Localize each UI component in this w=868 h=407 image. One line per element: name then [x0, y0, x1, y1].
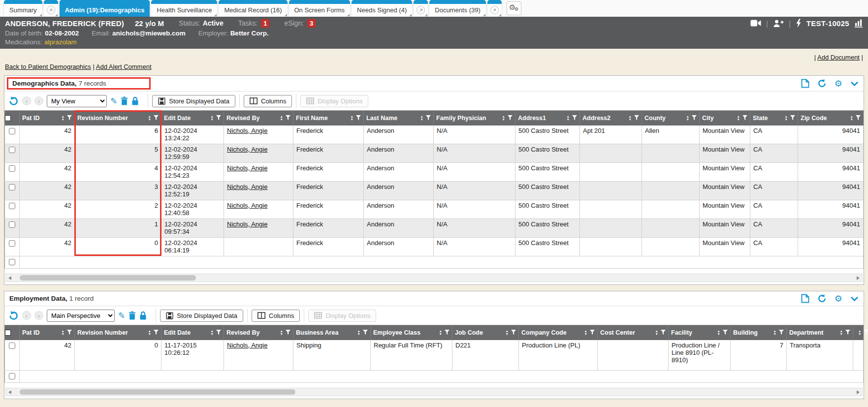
history-forward-icon[interactable]: ›	[34, 311, 43, 320]
collapse-chevron-icon[interactable]	[850, 296, 859, 302]
sort-icon[interactable]: ▲▼	[351, 115, 354, 121]
column-header-first-name[interactable]: First Name▲▼	[293, 111, 364, 125]
filter-icon[interactable]	[723, 330, 728, 335]
column-header-edit-date[interactable]: Edit Date▲▼	[161, 111, 224, 125]
scroll-left-arrow[interactable]	[6, 388, 14, 396]
revised-by-link[interactable]: Nichols, Angie	[227, 220, 267, 228]
sort-icon[interactable]: ▲▼	[502, 115, 505, 121]
add-document-link[interactable]: Add Document	[817, 54, 860, 61]
tab-health-surveillance[interactable]: Health Surveillance	[151, 0, 217, 17]
row-checkbox[interactable]	[9, 128, 15, 134]
column-header-revision-number[interactable]: Revision Number▲▼	[75, 111, 161, 125]
column-header-zip-code[interactable]: Zip Code▲▼	[798, 111, 864, 125]
view-select[interactable]: Main Perspective	[47, 310, 115, 322]
row-checkbox[interactable]	[9, 165, 15, 172]
video-camera-icon[interactable]	[750, 19, 761, 27]
scroll-right-arrow[interactable]	[854, 388, 862, 396]
sort-icon[interactable]: ▲▼	[148, 115, 151, 121]
filter-icon[interactable]	[508, 115, 513, 121]
column-header-business-area[interactable]: Business Area▲▼	[293, 325, 371, 340]
column-header-facility[interactable]: Facility▲▼	[669, 325, 731, 340]
view-select[interactable]: My View	[47, 95, 107, 107]
column-header-revised-by[interactable]: Revised By▲▼	[224, 325, 293, 340]
filter-icon[interactable]	[154, 330, 159, 335]
scroll-thumb[interactable]	[20, 275, 196, 281]
select-all-header-cell[interactable]	[5, 325, 20, 340]
select-all-checkbox[interactable]	[5, 330, 11, 336]
tab-needs-signed-4[interactable]: Needs Signed (4)	[352, 0, 412, 17]
settings-gear-icon[interactable]: ⚙	[835, 294, 842, 303]
lightning-icon[interactable]	[796, 19, 802, 28]
column-header-address1[interactable]: Address1▲▼	[515, 111, 580, 125]
store-displayed-data-button[interactable]: Store Displayed Data	[152, 95, 235, 107]
refresh-icon[interactable]	[817, 294, 827, 303]
filter-icon[interactable]	[67, 115, 72, 121]
new-record-icon[interactable]	[801, 79, 809, 88]
column-header-state[interactable]: State▲▼	[750, 111, 798, 125]
row-checkbox[interactable]	[9, 259, 15, 265]
filter-icon[interactable]	[742, 115, 747, 121]
medications-value[interactable]: alprazolam	[44, 38, 77, 46]
undo-icon[interactable]	[8, 96, 19, 106]
refresh-icon[interactable]	[817, 79, 827, 88]
filter-icon[interactable]	[154, 115, 159, 121]
column-header-edit-date[interactable]: Edit Date▲▼	[161, 325, 224, 340]
sort-icon[interactable]: ▲▼	[655, 330, 658, 336]
tasks-badge[interactable]: 1	[261, 19, 269, 28]
tab-popout-summary[interactable]	[44, 0, 58, 17]
column-header-county[interactable]: County▲▼	[642, 111, 700, 125]
tab-popout-documents-39[interactable]	[487, 0, 502, 17]
column-header-city[interactable]: City▲▼	[700, 111, 750, 125]
column-header-pat-id[interactable]: Pat ID▲▼	[20, 111, 75, 125]
column-header-last-name[interactable]: Last Name▲▼	[364, 111, 434, 125]
sort-icon[interactable]: ▲▼	[280, 330, 283, 336]
tab-summary[interactable]: Summary	[4, 0, 42, 17]
filter-icon[interactable]	[67, 330, 72, 335]
scroll-thumb[interactable]	[20, 389, 295, 395]
demographics-hscrollbar[interactable]	[5, 274, 863, 282]
column-header-revised-by[interactable]: Revised By▲▼	[224, 111, 293, 125]
column-header-family-physician[interactable]: Family Physician▲▼	[434, 111, 515, 125]
tab-documents-39[interactable]: Documents (39)	[429, 0, 485, 17]
sort-icon[interactable]: ▲▼	[357, 330, 360, 336]
filter-icon[interactable]	[572, 115, 577, 121]
sort-icon[interactable]: ▲▼	[840, 330, 843, 336]
sort-icon[interactable]: ▲▼	[211, 330, 214, 336]
column-header-cost-center[interactable]: Cost Center▲▼	[598, 325, 669, 340]
column-header-department[interactable]: Department▲▼	[787, 325, 853, 340]
collapse-chevron-icon[interactable]	[850, 81, 859, 87]
add-user-icon[interactable]	[773, 19, 784, 28]
column-header-h[interactable]: H▲▼	[853, 325, 864, 340]
revised-by-link[interactable]: Nichols, Angie	[227, 202, 267, 209]
sort-icon[interactable]: ▲▼	[785, 115, 788, 121]
revised-by-link[interactable]: Nichols, Angie	[227, 342, 267, 349]
filter-icon[interactable]	[216, 115, 221, 121]
delete-view-icon[interactable]	[121, 96, 128, 105]
row-checkbox[interactable]	[9, 373, 15, 379]
row-checkbox[interactable]	[9, 184, 15, 190]
filter-icon[interactable]	[790, 115, 795, 121]
sort-icon[interactable]: ▲▼	[148, 330, 151, 336]
employment-hscrollbar[interactable]	[5, 388, 863, 396]
edit-view-icon[interactable]: ✎	[110, 96, 117, 106]
sort-icon[interactable]: ▲▼	[280, 115, 283, 121]
column-header-address2[interactable]: Address2▲▼	[580, 111, 642, 125]
scroll-right-arrow[interactable]	[854, 274, 862, 282]
filter-icon[interactable]	[661, 330, 666, 335]
filter-icon[interactable]	[286, 115, 290, 121]
new-record-icon[interactable]	[801, 294, 809, 303]
column-header-company-code[interactable]: Company Code▲▼	[519, 325, 598, 340]
scroll-left-arrow[interactable]	[6, 274, 14, 282]
column-header-employee-class[interactable]: Employee Class▲▼	[371, 325, 452, 340]
back-to-demographics-link[interactable]: Back to Patient Demographics	[5, 63, 91, 70]
row-checkbox[interactable]	[9, 203, 15, 209]
sort-icon[interactable]: ▲▼	[62, 330, 64, 336]
columns-button[interactable]: Columns	[244, 95, 292, 107]
filter-icon[interactable]	[779, 330, 784, 335]
tab-admin-19-demographics[interactable]: Admin (19):Demographics	[60, 0, 150, 17]
revised-by-link[interactable]: Nichols, Angie	[227, 183, 267, 190]
history-back-icon[interactable]: ‹	[22, 96, 31, 105]
sort-icon[interactable]: ▲▼	[686, 115, 689, 121]
column-header-revision-number[interactable]: Revision Number▲▼	[75, 325, 161, 340]
tab-medical-record-16[interactable]: Medical Record (16)	[219, 0, 287, 17]
